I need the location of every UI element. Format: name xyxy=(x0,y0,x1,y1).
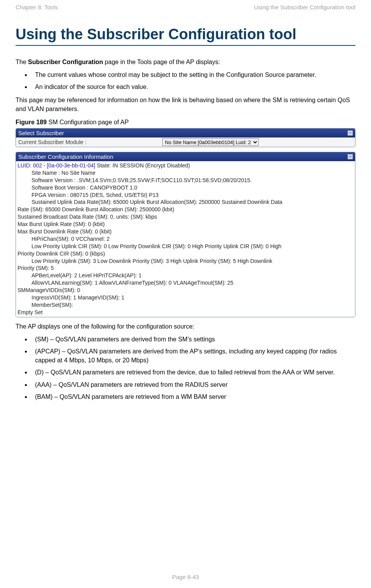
config-line: Software Version : .SVM;14.SVm;0.SVB;25.… xyxy=(18,177,354,184)
select-subscriber-panel: Select Subscriber − Current Subscriber M… xyxy=(16,128,355,147)
panel-title: Select Subscriber xyxy=(18,130,64,136)
panel-title: Subscriber Configuration Information xyxy=(18,153,113,160)
config-line: Max Burst Uplink Rate (SM): 0 (kbit) xyxy=(18,221,354,228)
page-title: Using the Subscriber Configuration tool xyxy=(16,26,355,43)
current-subscriber-label: Current Subscriber Module : xyxy=(18,139,162,145)
subscriber-select[interactable]: No Site Name [0a003ebb0104] Luid: 2 xyxy=(162,138,259,146)
config-line: APBerLevel(AP): 2 Level HiPriTCPAck(AP):… xyxy=(18,272,354,279)
intro-paragraph-2: This page may be referenced for informat… xyxy=(16,96,355,113)
config-line: Low Priority Uplink (SM): 3 Low Downlink… xyxy=(18,257,354,265)
config-line: FPGA Version : 080715 (DES, Sched, US/ET… xyxy=(18,191,354,199)
list-item: (SM) – QoS/VLAN parameters are derived f… xyxy=(31,335,355,344)
luid-link[interactable]: LUID: 002 - [0a-00-3e-bb-01-04] xyxy=(18,162,95,169)
config-line: Priority (SM): 5 xyxy=(18,264,354,272)
header-left: Chapter 8: Tools xyxy=(16,4,58,10)
config-line: HiPriChan(SM): 0 VCChannel: 2 xyxy=(18,235,354,243)
config-line: Rate (SM): 65000 Downlink Burst Allocati… xyxy=(18,206,354,213)
list-item: An indicator of the source for each valu… xyxy=(31,82,355,91)
config-line: Sustained Uplink Data Rate(SM): 65000 Up… xyxy=(18,198,354,206)
list-item: The current values whose control may be … xyxy=(31,70,355,79)
list-item: (D) – QoS/VLAN parameters are retrieved … xyxy=(31,368,355,377)
config-line: Empty Set xyxy=(18,309,354,316)
config-line: Low Priority Uplink CIR (SM): 0 Low Prio… xyxy=(18,243,354,250)
panel-header: Subscriber Configuration Information − xyxy=(16,152,355,161)
config-line: IngressVID(SM): 1 ManageVID(SM): 1 xyxy=(18,294,354,301)
config-info-body: LUID: 002 - [0a-00-3e-bb-01-04] State: I… xyxy=(16,161,355,317)
intro-bullets: The current values whose control may be … xyxy=(16,70,355,91)
config-line: Software Boot Version : CANOPYBOOT 1.0 xyxy=(18,184,354,191)
config-source-bullets: (SM) – QoS/VLAN parameters are derived f… xyxy=(16,335,355,401)
panel-body: Current Subscriber Module : No Site Name… xyxy=(16,137,355,147)
config-line: MemberSet(SM): xyxy=(18,301,354,309)
config-line: Priority Downlink CIR (SM): 0 (kbps) xyxy=(18,250,354,257)
subscriber-config-panel: Subscriber Configuration Information − L… xyxy=(16,152,355,317)
header-right: Using the Subscriber Configuration tool xyxy=(254,4,355,10)
running-header: Chapter 8: Tools Using the Subscriber Co… xyxy=(16,4,355,26)
figure-caption: Figure 189 SM Configuration page of AP xyxy=(16,119,355,126)
list-item: (AAA) – QoS/VLAN parameters are retrieve… xyxy=(31,380,355,389)
title-rule xyxy=(16,45,355,46)
list-item: (APCAP) – QoS/VLAN parameters are derive… xyxy=(31,347,355,365)
config-line: AllowVLANLearning(SM): 1 AllowVLANFrameT… xyxy=(18,279,354,287)
config-line: SMManageVIDDis(SM): 0 xyxy=(18,287,354,294)
collapse-icon[interactable]: − xyxy=(348,130,353,136)
panel-header: Select Subscriber − xyxy=(16,129,355,137)
config-line: Site Name : No Site Name xyxy=(18,169,354,177)
config-line: Max Burst Downlink Rate (SM): 0 (kbit) xyxy=(18,228,354,235)
after-figure-paragraph: The AP displays one of the following for… xyxy=(16,322,355,331)
intro-paragraph-1: The Subscriber Configuration page in the… xyxy=(16,57,355,66)
page-number: Page 8-43 xyxy=(0,574,371,580)
list-item: (BAM) – QoS/VLAN parameters are retrieve… xyxy=(31,392,355,401)
collapse-icon[interactable]: − xyxy=(348,154,353,159)
config-line: Sustained Broadcast Data Rate (SM): 0, u… xyxy=(18,213,354,221)
state-text: State: IN SESSION (Encrypt Disabled) xyxy=(95,162,190,169)
